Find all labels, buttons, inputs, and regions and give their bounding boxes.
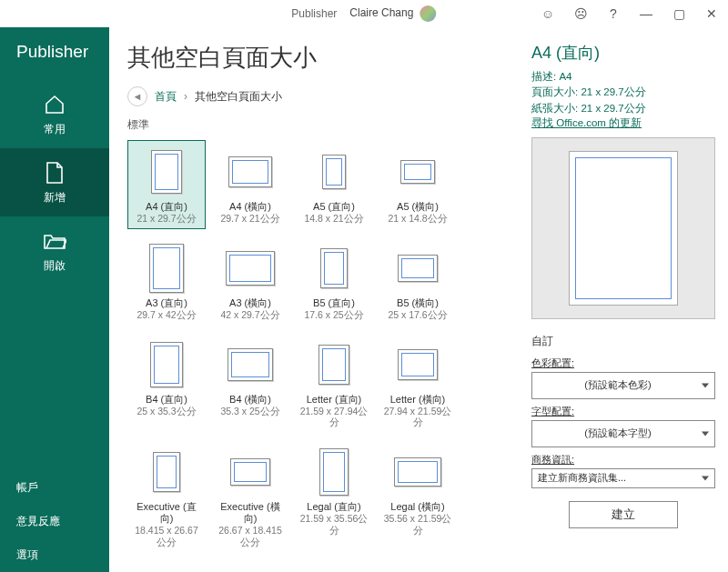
- template-thumb: [319, 448, 349, 496]
- frown-icon[interactable]: ☹: [564, 0, 597, 27]
- template-thumb: [318, 345, 349, 385]
- custom-label: 自訂: [531, 334, 715, 349]
- template-item[interactable]: Letter (直向)21.59 x 27.94公分: [295, 333, 373, 433]
- preview-area: [531, 137, 715, 319]
- template-name: A3 (橫向): [229, 297, 271, 309]
- template-item[interactable]: A5 (橫向)21 x 14.8公分: [379, 140, 457, 229]
- sidebar-feedback[interactable]: 意見反應: [0, 505, 109, 538]
- template-thumb: [398, 255, 438, 282]
- chevron-right-icon: ›: [184, 90, 187, 103]
- template-item[interactable]: Legal (橫向)35.56 x 21.59公分: [379, 440, 457, 553]
- template-dims: 17.6 x 25公分: [304, 309, 363, 321]
- template-item[interactable]: Executive (橫向)26.67 x 18.415公分: [211, 440, 289, 553]
- open-icon: [43, 229, 66, 253]
- home-icon: [43, 93, 66, 116]
- template-name: Letter (橫向): [390, 394, 446, 406]
- template-name: Executive (直向): [130, 501, 203, 525]
- template-thumb: [228, 348, 273, 381]
- template-thumb: [149, 244, 184, 293]
- sidebar-item-home[interactable]: 常用: [0, 80, 109, 148]
- template-thumb: [151, 150, 182, 194]
- template-dims: 29.7 x 21公分: [220, 213, 279, 225]
- template-dims: 35.56 x 21.59公分: [381, 513, 454, 536]
- template-item[interactable]: A4 (直向)21 x 29.7公分: [127, 140, 206, 229]
- template-name: B5 (直向): [313, 297, 355, 309]
- back-button[interactable]: ◄: [127, 86, 147, 106]
- template-name: A4 (直向): [146, 201, 187, 213]
- template-dims: 27.94 x 21.59公分: [381, 406, 454, 428]
- titlebar: Publisher Claire Chang ☺ ☹ ? — ▢ ✕: [0, 0, 728, 27]
- template-name: Legal (橫向): [390, 501, 444, 513]
- template-name: B4 (橫向): [229, 394, 271, 406]
- template-dims: 26.67 x 18.415公分: [214, 525, 287, 547]
- template-dims: 18.415 x 26.67公分: [130, 525, 203, 547]
- create-button[interactable]: 建立: [569, 501, 678, 528]
- app-title: Publisher: [291, 7, 337, 20]
- template-item[interactable]: Executive (直向)18.415 x 26.67公分: [127, 440, 206, 553]
- template-thumb: [400, 160, 435, 184]
- smile-icon[interactable]: ☺: [531, 0, 564, 27]
- sidebar-options[interactable]: 選項: [0, 538, 109, 572]
- template-item[interactable]: B5 (橫向)25 x 17.6公分: [379, 236, 457, 326]
- template-item[interactable]: B4 (直向)25 x 35.3公分: [127, 333, 206, 433]
- rp-title: A4 (直向): [531, 42, 715, 64]
- sidebar-account[interactable]: 帳戶: [0, 471, 109, 505]
- template-item[interactable]: Legal (直向)21.59 x 35.56公分: [295, 440, 373, 553]
- help-icon[interactable]: ?: [597, 0, 630, 27]
- template-name: A5 (橫向): [397, 201, 439, 213]
- template-name: Letter (直向): [307, 394, 362, 406]
- template-dims: 29.7 x 42公分: [136, 309, 196, 321]
- close-button[interactable]: ✕: [695, 0, 728, 27]
- template-dims: 42 x 29.7公分: [220, 309, 279, 321]
- template-thumb: [394, 457, 441, 487]
- template-item[interactable]: A3 (直向)29.7 x 42公分: [127, 236, 206, 326]
- font-scheme-label: 字型配置:: [531, 405, 715, 418]
- color-scheme-select[interactable]: (預設範本色彩): [531, 372, 715, 399]
- rp-desc: 描述: A4: [531, 69, 715, 85]
- template-thumb: [153, 452, 180, 492]
- template-item[interactable]: B5 (直向)17.6 x 25公分: [295, 236, 373, 326]
- template-dims: 21.59 x 27.94公分: [298, 406, 370, 428]
- template-item[interactable]: A5 (直向)14.8 x 21公分: [295, 140, 373, 229]
- template-item[interactable]: B4 (橫向)35.3 x 25公分: [211, 333, 289, 433]
- template-item[interactable]: Letter (橫向)27.94 x 21.59公分: [379, 333, 457, 433]
- new-icon: [43, 161, 66, 185]
- template-item[interactable]: A3 (橫向)42 x 29.7公分: [211, 236, 289, 326]
- sidebar-brand: Publisher: [0, 36, 109, 80]
- template-dims: 25 x 17.6公分: [388, 309, 447, 321]
- office-update-link[interactable]: 尋找 Office.com 的更新: [531, 116, 715, 130]
- template-name: Executive (橫向): [214, 501, 287, 525]
- template-thumb: [322, 155, 346, 189]
- template-item[interactable]: [127, 560, 206, 573]
- avatar[interactable]: [420, 5, 437, 22]
- minimize-button[interactable]: —: [630, 0, 662, 27]
- template-name: A5 (直向): [313, 201, 355, 213]
- template-dims: 21 x 14.8公分: [388, 213, 447, 225]
- font-scheme-select[interactable]: (預設範本字型): [531, 420, 715, 447]
- right-panel: A4 (直向) 描述: A4 頁面大小: 21 x 29.7公分 紙張大小: 2…: [521, 27, 728, 572]
- sidebar-item-label: 新增: [44, 190, 66, 206]
- template-dims: 25 x 35.3公分: [136, 406, 196, 417]
- sidebar-item-open[interactable]: 開啟: [0, 216, 109, 285]
- template-thumb: [230, 458, 270, 486]
- template-name: A3 (直向): [146, 297, 187, 309]
- crumb-home[interactable]: 首頁: [155, 89, 177, 105]
- section-label: 標準: [127, 117, 521, 133]
- template-name: B5 (橫向): [397, 297, 439, 309]
- sidebar-item-label: 常用: [44, 122, 66, 137]
- page-title: 其他空白頁面大小: [127, 42, 521, 74]
- maximize-button[interactable]: ▢: [662, 0, 695, 27]
- template-thumb: [320, 248, 348, 288]
- crumb-current: 其他空白頁面大小: [195, 89, 282, 105]
- sidebar-item-new[interactable]: 新增: [0, 148, 109, 216]
- template-grid: A4 (直向)21 x 29.7公分A4 (橫向)29.7 x 21公分A5 (…: [127, 140, 521, 572]
- preview-page: [569, 151, 678, 306]
- color-scheme-label: 色彩配置:: [531, 356, 715, 370]
- template-item[interactable]: A4 (橫向)29.7 x 21公分: [211, 140, 289, 229]
- rp-page-size: 頁面大小: 21 x 29.7公分: [531, 85, 715, 100]
- template-dims: 21 x 29.7公分: [136, 213, 196, 225]
- template-dims: 35.3 x 25公分: [220, 406, 279, 417]
- business-info-select[interactable]: 建立新商務資訊集...: [531, 468, 715, 488]
- template-name: B4 (直向): [146, 394, 187, 406]
- sidebar: Publisher 常用 新增 開啟 帳戶 意見反應 選項: [0, 27, 109, 572]
